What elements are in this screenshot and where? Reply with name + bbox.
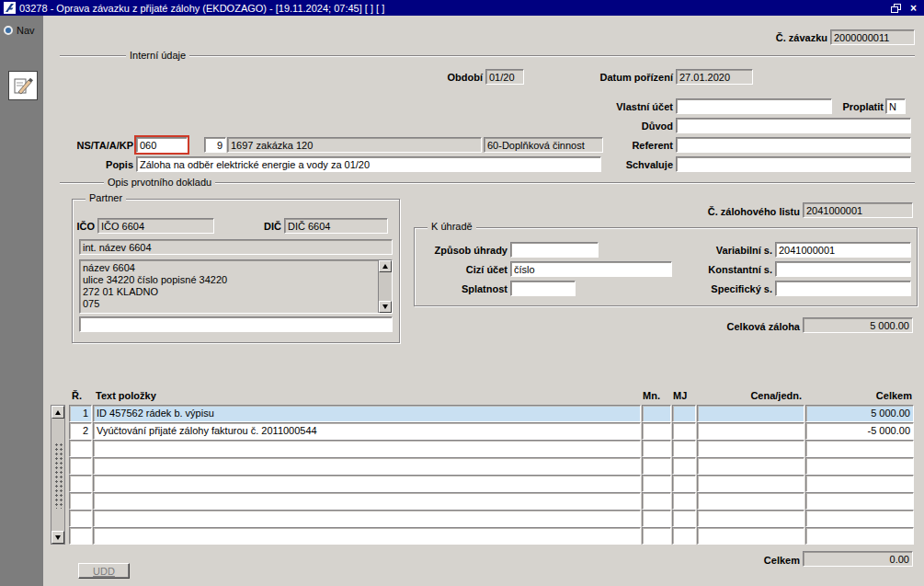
close-button[interactable]: × [907,2,920,15]
rows-scrollbar[interactable] [51,405,65,545]
rows-scroll-up-button[interactable] [51,406,64,419]
row-total-cell[interactable] [805,440,914,457]
row-total-cell[interactable] [805,527,914,545]
address-scroll-down-button[interactable] [379,301,392,313]
row-quantity-cell[interactable] [642,475,671,492]
address-scrollbar[interactable] [378,260,392,313]
a-field[interactable] [227,137,482,153]
row-unit-cell[interactable] [672,405,696,422]
row-total-cell[interactable]: -5 000.00 [805,422,914,440]
duvod-field[interactable] [676,118,911,133]
row-number-cell[interactable] [69,475,92,492]
table-row[interactable] [69,475,915,492]
row-quantity-cell[interactable] [642,457,671,475]
popis-field[interactable] [136,156,601,172]
table-row[interactable]: 2 Vyúčtování přijaté zálohy fakturou č. … [69,422,915,440]
row-text-cell[interactable] [93,492,641,510]
row-total-cell[interactable] [805,457,914,475]
row-number-cell[interactable] [69,457,92,475]
ico-field[interactable] [97,218,214,234]
datum-porizeni-field[interactable] [676,69,753,85]
row-unit-price-cell[interactable] [697,527,804,545]
ta-field[interactable] [204,137,226,153]
partner-extra-field[interactable] [79,316,393,332]
row-number-cell[interactable] [69,527,92,545]
udd-button[interactable]: UDD [78,563,130,579]
row-unit-price-cell[interactable] [697,440,804,457]
row-total-cell[interactable] [805,492,914,510]
splatnost-field[interactable] [510,281,576,296]
c-zavazku-field[interactable] [830,29,915,45]
row-unit-cell[interactable] [672,440,696,457]
popis-label: Popis [106,159,133,171]
row-quantity-cell[interactable] [642,527,671,545]
obdobi-field[interactable] [485,69,524,85]
row-unit-price-cell[interactable] [697,457,804,475]
zalohovy-list-field[interactable] [803,202,913,218]
row-number-cell[interactable] [69,440,92,457]
cizi-ucet-field[interactable] [510,261,672,277]
row-quantity-cell[interactable] [642,440,671,457]
int-nazev-field[interactable] [79,239,393,255]
nav-button[interactable]: Nav [4,25,35,36]
row-unit-price-cell[interactable] [697,405,804,422]
row-number-cell[interactable] [69,510,92,527]
konstantni-field[interactable] [775,261,911,277]
table-row[interactable] [69,510,915,527]
row-unit-cell[interactable] [672,475,696,492]
restore-button[interactable] [889,2,903,15]
row-text-cell[interactable]: Vyúčtování přijaté zálohy fakturou č. 20… [93,422,641,440]
table-row[interactable] [69,527,915,545]
zpusob-uhrady-field[interactable] [510,242,599,258]
row-unit-price-cell[interactable] [697,492,804,510]
row-total-cell[interactable]: 5 000.00 [805,405,914,422]
variabilni-field[interactable] [775,242,911,258]
row-text-cell[interactable] [93,475,641,492]
row-total-cell[interactable] [805,475,914,492]
row-unit-price-cell[interactable] [697,510,804,527]
table-row[interactable]: 1 ID 457562 rádek b. výpisu 5 000.00 [69,405,915,422]
schvaluje-field[interactable] [676,156,911,172]
interni-separator: Interní údaje [60,55,915,57]
col-header-cena: Cena/jedn. [750,390,802,402]
row-quantity-cell[interactable] [642,492,671,510]
row-unit-cell[interactable] [672,510,696,527]
row-unit-cell[interactable] [672,457,696,475]
partner-address-text: název 6604 ulice 34220 číslo popisné 342… [81,261,377,312]
row-unit-cell[interactable] [672,422,696,440]
row-text-cell[interactable] [93,457,641,475]
vlastni-ucet-field[interactable] [676,98,832,114]
rows-scroll-down-button[interactable] [51,531,64,544]
row-text-cell[interactable] [93,527,641,545]
partner-address-box[interactable]: název 6604 ulice 34220 číslo popisné 342… [79,259,393,314]
row-text-cell[interactable] [93,440,641,457]
edit-tool-button[interactable] [8,71,38,100]
celkova-zaloha-field[interactable] [803,317,913,333]
row-text-cell[interactable]: ID 457562 rádek b. výpisu [93,405,641,422]
zalohovy-list-label: Č. zálohového listu [708,206,800,218]
row-quantity-cell[interactable] [642,422,671,440]
kp-field[interactable] [484,137,603,153]
row-unit-cell[interactable] [672,527,696,545]
row-quantity-cell[interactable] [642,510,671,527]
row-quantity-cell[interactable] [642,405,671,422]
row-unit-price-cell[interactable] [697,475,804,492]
footer-celkem-field[interactable] [803,551,913,567]
row-number-cell[interactable]: 1 [69,405,92,422]
table-row[interactable] [69,440,915,457]
row-text-cell[interactable] [93,510,641,527]
referent-field[interactable] [676,137,911,153]
dic-field[interactable] [284,218,388,234]
table-row[interactable] [69,457,915,475]
table-row[interactable] [69,492,915,510]
specificky-field[interactable] [775,281,911,296]
ns-field[interactable] [136,137,188,153]
rows-scrollbar-track[interactable] [54,442,63,509]
row-unit-price-cell[interactable] [697,422,804,440]
row-number-cell[interactable] [69,492,92,510]
row-unit-cell[interactable] [672,492,696,510]
address-scroll-up-button[interactable] [379,260,392,272]
row-number-cell[interactable]: 2 [69,422,92,440]
proplatit-field[interactable] [885,98,906,114]
row-total-cell[interactable] [805,510,914,527]
